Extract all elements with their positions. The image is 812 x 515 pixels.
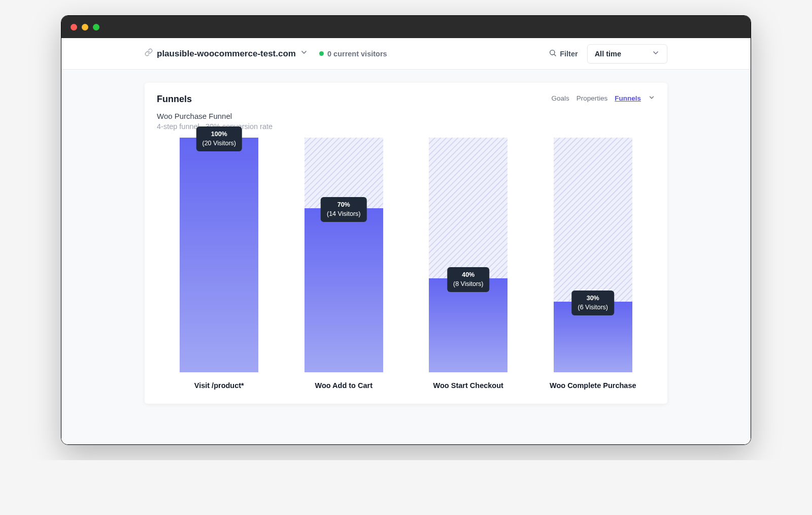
filter-label: Filter xyxy=(560,50,578,58)
funnel-bar[interactable]: 70%(14 Visitors) xyxy=(304,138,383,372)
tooltip-visitors: (6 Visitors) xyxy=(578,303,608,312)
funnel-step: 100%(20 Visitors)Visit /product* xyxy=(162,138,277,390)
tab-properties[interactable]: Properties xyxy=(577,94,608,102)
link-icon xyxy=(145,48,153,59)
traffic-lights xyxy=(71,24,99,30)
funnel-tooltip: 30%(6 Visitors) xyxy=(571,291,614,315)
funnel-bar[interactable]: 40%(8 Visitors) xyxy=(429,138,507,372)
visitors-text: 0 current visitors xyxy=(327,50,387,58)
funnel-bar[interactable]: 30%(6 Visitors) xyxy=(554,138,632,372)
chevron-down-icon[interactable] xyxy=(648,94,655,103)
funnel-step: 40%(8 Visitors)Woo Start Checkout xyxy=(411,138,526,390)
funnel-tooltip: 100%(20 Visitors) xyxy=(196,126,242,151)
conversion-segment: 100%(20 Visitors) xyxy=(180,138,258,372)
svg-rect-10 xyxy=(554,138,632,302)
card-header: Funnels Goals Properties Funnels xyxy=(157,94,655,105)
funnel-bar[interactable]: 100%(20 Visitors) xyxy=(180,138,258,372)
close-window-icon[interactable] xyxy=(71,24,77,30)
dropoff-segment xyxy=(554,138,632,302)
tooltip-percentage: 70% xyxy=(327,201,360,210)
browser-window: plausible-woocommerce-test.com 0 current… xyxy=(61,15,751,445)
top-bar: plausible-woocommerce-test.com 0 current… xyxy=(61,38,751,70)
range-label: All time xyxy=(595,50,621,58)
tooltip-percentage: 30% xyxy=(578,294,608,303)
tab-goals[interactable]: Goals xyxy=(551,94,569,102)
tab-funnels[interactable]: Funnels xyxy=(615,94,641,102)
minimize-window-icon[interactable] xyxy=(82,24,88,30)
tooltip-percentage: 100% xyxy=(202,130,236,139)
funnel-step-label: Woo Add to Cart xyxy=(315,381,373,390)
svg-line-1 xyxy=(554,54,556,56)
card-title: Funnels xyxy=(157,94,192,105)
tooltip-percentage: 40% xyxy=(453,271,484,280)
search-icon xyxy=(549,49,557,58)
funnel-chart: 100%(20 Visitors)Visit /product*70%(14 V… xyxy=(157,146,655,390)
funnel-step-label: Visit /product* xyxy=(194,381,244,390)
time-range-selector[interactable]: All time xyxy=(587,44,667,63)
conversion-segment: 40%(8 Visitors) xyxy=(429,278,507,372)
site-name: plausible-woocommerce-test.com xyxy=(157,49,296,59)
funnel-tooltip: 40%(8 Visitors) xyxy=(447,267,490,292)
funnel-step-label: Woo Start Checkout xyxy=(433,381,503,390)
funnel-tooltip: 70%(14 Visitors) xyxy=(321,197,366,222)
svg-point-0 xyxy=(550,50,555,55)
live-dot-icon xyxy=(319,51,324,56)
window-titlebar xyxy=(61,16,751,38)
maximize-window-icon[interactable] xyxy=(93,24,99,30)
funnel-step: 30%(6 Visitors)Woo Complete Purchase xyxy=(535,138,650,390)
funnel-card: Funnels Goals Properties Funnels Woo Pur… xyxy=(145,83,667,404)
tooltip-visitors: (14 Visitors) xyxy=(327,210,360,219)
chevron-down-icon xyxy=(652,49,660,58)
funnel-name: Woo Purchase Funnel xyxy=(157,112,655,120)
funnel-step: 70%(14 Visitors)Woo Add to Cart xyxy=(286,138,401,390)
conversion-segment: 70%(14 Visitors) xyxy=(304,208,383,372)
site-selector[interactable]: plausible-woocommerce-test.com xyxy=(145,48,308,59)
funnel-step-label: Woo Complete Purchase xyxy=(550,381,636,390)
tooltip-visitors: (8 Visitors) xyxy=(453,280,484,289)
chevron-down-icon xyxy=(300,48,308,59)
card-tabs: Goals Properties Funnels xyxy=(551,94,655,103)
current-visitors[interactable]: 0 current visitors xyxy=(319,50,387,58)
dropoff-segment xyxy=(429,138,507,278)
filter-button[interactable]: Filter xyxy=(549,49,578,58)
conversion-segment: 30%(6 Visitors) xyxy=(554,302,632,372)
tooltip-visitors: (20 Visitors) xyxy=(202,139,236,148)
svg-rect-7 xyxy=(429,138,507,278)
app-body: plausible-woocommerce-test.com 0 current… xyxy=(61,38,751,444)
